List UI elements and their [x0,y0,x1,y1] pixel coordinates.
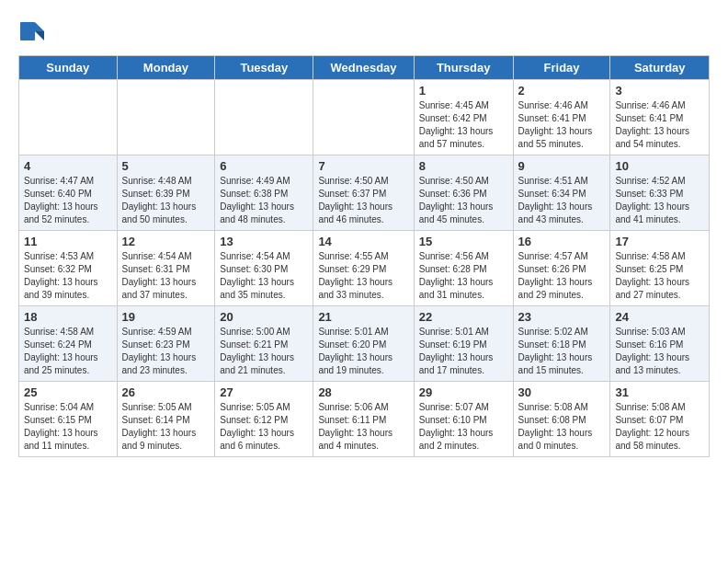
calendar-cell: 15Sunrise: 4:56 AM Sunset: 6:28 PM Dayli… [414,231,513,306]
day-number: 8 [419,159,508,173]
day-info: Sunrise: 4:46 AM Sunset: 6:41 PM Dayligh… [518,100,593,149]
calendar-cell: 7Sunrise: 4:50 AM Sunset: 6:37 PM Daylig… [313,155,414,231]
calendar: SundayMondayTuesdayWednesdayThursdayFrid… [18,55,710,457]
day-number: 22 [419,310,508,324]
day-info: Sunrise: 5:02 AM Sunset: 6:18 PM Dayligh… [518,327,593,375]
day-number: 27 [220,385,308,399]
day-info: Sunrise: 4:51 AM Sunset: 6:34 PM Dayligh… [518,176,593,224]
calendar-cell [19,80,118,155]
week-row-3: 11Sunrise: 4:53 AM Sunset: 6:32 PM Dayli… [19,231,710,306]
day-header-saturday: Saturday [610,56,710,80]
calendar-cell: 19Sunrise: 4:59 AM Sunset: 6:23 PM Dayli… [117,306,215,382]
day-number: 19 [122,310,210,324]
day-info: Sunrise: 5:05 AM Sunset: 6:12 PM Dayligh… [220,402,294,451]
calendar-cell: 25Sunrise: 5:04 AM Sunset: 6:15 PM Dayli… [19,382,118,457]
day-number: 15 [419,235,508,248]
calendar-cell: 11Sunrise: 4:53 AM Sunset: 6:32 PM Dayli… [19,231,118,306]
calendar-cell: 31Sunrise: 5:08 AM Sunset: 6:07 PM Dayli… [610,382,710,457]
day-info: Sunrise: 5:03 AM Sunset: 6:16 PM Dayligh… [615,327,689,375]
calendar-cell: 13Sunrise: 4:54 AM Sunset: 6:30 PM Dayli… [215,231,313,306]
calendar-cell: 20Sunrise: 5:00 AM Sunset: 6:21 PM Dayli… [215,306,313,382]
header [18,18,710,46]
day-number: 17 [615,235,704,248]
day-info: Sunrise: 4:55 AM Sunset: 6:29 PM Dayligh… [318,251,392,300]
day-number: 18 [24,310,112,324]
day-number: 1 [419,84,508,98]
day-number: 29 [419,385,508,399]
svg-marker-1 [35,31,44,40]
day-info: Sunrise: 5:04 AM Sunset: 6:15 PM Dayligh… [24,402,98,451]
day-info: Sunrise: 4:49 AM Sunset: 6:38 PM Dayligh… [220,176,294,224]
day-number: 20 [220,310,308,324]
calendar-cell: 4Sunrise: 4:47 AM Sunset: 6:40 PM Daylig… [19,155,118,231]
day-number: 5 [122,159,210,173]
day-info: Sunrise: 4:54 AM Sunset: 6:31 PM Dayligh… [122,251,197,300]
day-header-sunday: Sunday [19,56,118,80]
day-number: 6 [220,159,308,173]
day-info: Sunrise: 4:50 AM Sunset: 6:36 PM Dayligh… [419,176,494,224]
calendar-cell: 2Sunrise: 4:46 AM Sunset: 6:41 PM Daylig… [513,80,610,155]
day-info: Sunrise: 4:54 AM Sunset: 6:30 PM Dayligh… [220,251,294,300]
day-info: Sunrise: 5:06 AM Sunset: 6:11 PM Dayligh… [318,402,392,451]
calendar-cell: 3Sunrise: 4:46 AM Sunset: 6:41 PM Daylig… [610,80,710,155]
day-header-friday: Friday [513,56,610,80]
calendar-cell: 24Sunrise: 5:03 AM Sunset: 6:16 PM Dayli… [610,306,710,382]
day-number: 3 [615,84,704,98]
day-number: 13 [220,235,308,248]
calendar-cell: 6Sunrise: 4:49 AM Sunset: 6:38 PM Daylig… [215,155,313,231]
day-number: 2 [518,84,606,98]
day-number: 4 [24,159,112,173]
day-info: Sunrise: 5:08 AM Sunset: 6:07 PM Dayligh… [615,402,689,451]
calendar-cell: 17Sunrise: 4:58 AM Sunset: 6:25 PM Dayli… [610,231,710,306]
day-info: Sunrise: 4:56 AM Sunset: 6:28 PM Dayligh… [419,251,494,300]
day-number: 9 [518,159,606,173]
calendar-cell: 30Sunrise: 5:08 AM Sunset: 6:08 PM Dayli… [513,382,610,457]
day-info: Sunrise: 4:53 AM Sunset: 6:32 PM Dayligh… [24,251,98,300]
calendar-cell: 14Sunrise: 4:55 AM Sunset: 6:29 PM Dayli… [313,231,414,306]
calendar-cell: 12Sunrise: 4:54 AM Sunset: 6:31 PM Dayli… [117,231,215,306]
calendar-cell [215,80,313,155]
calendar-cell: 23Sunrise: 5:02 AM Sunset: 6:18 PM Dayli… [513,306,610,382]
day-info: Sunrise: 4:59 AM Sunset: 6:23 PM Dayligh… [122,327,197,375]
calendar-cell: 1Sunrise: 4:45 AM Sunset: 6:42 PM Daylig… [414,80,513,155]
day-number: 7 [318,159,408,173]
calendar-cell: 22Sunrise: 5:01 AM Sunset: 6:19 PM Dayli… [414,306,513,382]
calendar-cell: 9Sunrise: 4:51 AM Sunset: 6:34 PM Daylig… [513,155,610,231]
day-header-monday: Monday [117,56,215,80]
day-info: Sunrise: 5:01 AM Sunset: 6:20 PM Dayligh… [318,327,392,375]
day-header-thursday: Thursday [414,56,513,80]
calendar-cell: 8Sunrise: 4:50 AM Sunset: 6:36 PM Daylig… [414,155,513,231]
day-info: Sunrise: 4:46 AM Sunset: 6:41 PM Dayligh… [615,100,689,149]
day-number: 21 [318,310,408,324]
calendar-cell [313,80,414,155]
calendar-cell: 28Sunrise: 5:06 AM Sunset: 6:11 PM Dayli… [313,382,414,457]
day-header-wednesday: Wednesday [313,56,414,80]
days-header-row: SundayMondayTuesdayWednesdayThursdayFrid… [19,56,710,80]
week-row-1: 1Sunrise: 4:45 AM Sunset: 6:42 PM Daylig… [19,80,710,155]
day-number: 23 [518,310,606,324]
logo-icon [18,18,46,46]
calendar-cell: 21Sunrise: 5:01 AM Sunset: 6:20 PM Dayli… [313,306,414,382]
day-info: Sunrise: 5:07 AM Sunset: 6:10 PM Dayligh… [419,402,494,451]
day-info: Sunrise: 4:57 AM Sunset: 6:26 PM Dayligh… [518,251,593,300]
day-header-tuesday: Tuesday [215,56,313,80]
svg-rect-2 [20,22,35,40]
day-info: Sunrise: 4:58 AM Sunset: 6:24 PM Dayligh… [24,327,98,375]
day-number: 12 [122,235,210,248]
calendar-cell: 18Sunrise: 4:58 AM Sunset: 6:24 PM Dayli… [19,306,118,382]
day-number: 30 [518,385,606,399]
day-info: Sunrise: 5:08 AM Sunset: 6:08 PM Dayligh… [518,402,593,451]
week-row-4: 18Sunrise: 4:58 AM Sunset: 6:24 PM Dayli… [19,306,710,382]
calendar-cell: 5Sunrise: 4:48 AM Sunset: 6:39 PM Daylig… [117,155,215,231]
week-row-5: 25Sunrise: 5:04 AM Sunset: 6:15 PM Dayli… [19,382,710,457]
day-info: Sunrise: 4:45 AM Sunset: 6:42 PM Dayligh… [419,100,494,149]
day-number: 26 [122,385,210,399]
day-info: Sunrise: 4:58 AM Sunset: 6:25 PM Dayligh… [615,251,689,300]
day-number: 25 [24,385,112,399]
calendar-cell: 16Sunrise: 4:57 AM Sunset: 6:26 PM Dayli… [513,231,610,306]
calendar-cell: 10Sunrise: 4:52 AM Sunset: 6:33 PM Dayli… [610,155,710,231]
day-info: Sunrise: 4:52 AM Sunset: 6:33 PM Dayligh… [615,176,689,224]
day-info: Sunrise: 5:01 AM Sunset: 6:19 PM Dayligh… [419,327,494,375]
svg-marker-0 [35,22,44,31]
day-number: 11 [24,235,112,248]
